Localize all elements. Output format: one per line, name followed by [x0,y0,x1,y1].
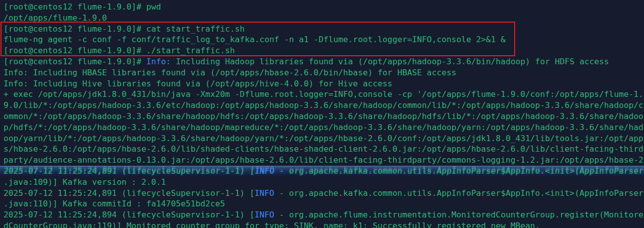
terminal-line: 9.0/lib/*:/opt/apps/hadoop-3.3.6/etc/had… [4,100,644,111]
terminal-text: 2025-07-12 11:25:24,891 (lifecycleSuperv… [4,188,255,198]
terminal-text: [root@centos12 flume-1.9.0]# cat start_t… [4,24,245,34]
terminal-text: /opt/apps/flume-1.9.0 [4,13,107,23]
terminal-line: party/audience-annotations-0.13.0.jar:/o… [4,155,644,166]
terminal-text: ommon/*:/opt/apps/hadoop-3.3.6/share/had… [4,111,643,121]
terminal-text: party/audience-annotations-0.13.0.jar:/o… [4,155,643,165]
terminal-text: p/hdfs/*:/opt/apps/hadoop-3.3.6/share/ha… [4,123,643,132]
terminal-text: 9.0/lib/*:/opt/apps/hadoop-3.3.6/etc/had… [4,100,643,110]
terminal-line: p/hdfs/*:/opt/apps/hadoop-3.3.6/share/ha… [4,122,644,133]
log-level-info-label: Info: [146,57,171,66]
terminal-text: Info: Including Hive libraries found via… [4,79,392,88]
terminal-line-glitch: 2025-07-12 11:25:24,891 (lifecycleSuperv… [0,166,644,177]
terminal-text: - org.apache.kafka.common.utils.AppInfoP… [274,166,644,177]
terminal-text: 2025-07-12 11:25:24,891 (lifecycleSuperv… [3,166,255,177]
terminal-line: ommon/*:/opt/apps/hadoop-3.3.6/share/had… [4,111,644,122]
terminal-window[interactable]: [root@centos12 flume-1.9.0]# pwd/opt/app… [0,0,644,228]
terminal-text: - org.apache.kafka.common.utils.AppInfoP… [274,188,643,198]
terminal-text: + exec /opt/apps/jdk1.8.0_431/bin/java -… [4,89,643,99]
terminal-text: oop/yarn/lib/*:/opt/apps/hadoop-3.3.6/sh… [4,134,643,143]
terminal-line: [root@centos12 flume-1.9.0]# pwd [4,2,644,13]
terminal-line: Info: Including HBASE libraries found vi… [4,67,644,78]
terminal-text: Info: Including HBASE libraries found vi… [4,68,456,77]
terminal-line: 2025-07-12 11:25:24,894 (lifecycleSuperv… [4,209,644,220]
terminal-text: 2025-07-12 11:25:24,894 (lifecycleSuperv… [4,210,255,219]
terminal-line: Info: Including Hive libraries found via… [4,78,644,89]
terminal-text: .java:110)] Kafka commitId : fa14705e51b… [4,199,225,208]
terminal-line: /opt/apps/flume-1.9.0 [4,13,644,24]
terminal-text: Including Hadoop libraries found via (/o… [171,57,609,66]
terminal-line: s/hbase-2.6.0:/opt/apps/hbase-2.6.0/lib/… [4,144,644,155]
terminal-text: flume-ng agent -c conf -f conf/traffic_l… [4,35,506,44]
terminal-text: [root@centos12 flume-1.9.0]# [4,57,146,66]
terminal-text: [root@centos12 flume-1.9.0]# pwd [4,2,161,12]
terminal-text: .java:109)] Kafka version : 2.0.1 [4,177,166,187]
terminal-line: 2025-07-12 11:25:24,891 (lifecycleSuperv… [4,188,644,199]
log-level-info-label: INFO [254,166,275,177]
terminal-line: oop/yarn/lib/*:/opt/apps/hadoop-3.3.6/sh… [4,133,644,144]
terminal-text: - org.apache.flume.instrumentation.Monit… [274,210,643,219]
terminal-text: [root@centos12 flume-1.9.0]# ./start_tra… [4,46,235,55]
log-level-info-label: INFO [255,210,274,219]
terminal-line: [root@centos12 flume-1.9.0]# ./start_tra… [4,45,644,56]
terminal-line: dCounterGroup.java:119)] Monitored count… [4,220,644,228]
terminal-line: .java:110)] Kafka commitId : fa14705e51b… [4,198,644,209]
terminal-text: dCounterGroup.java:119)] Monitored count… [4,221,540,228]
terminal-line: .java:109)] Kafka version : 2.0.1 [4,177,644,188]
log-level-info-label: INFO [255,188,274,198]
terminal-line: flume-ng agent -c conf -f conf/traffic_l… [4,34,644,45]
terminal-line: [root@centos12 flume-1.9.0]# cat start_t… [4,24,644,35]
terminal-line: [root@centos12 flume-1.9.0]# Info: Inclu… [4,56,644,67]
terminal-line: + exec /opt/apps/jdk1.8.0_431/bin/java -… [4,89,644,100]
terminal-output: [root@centos12 flume-1.9.0]# pwd/opt/app… [4,2,644,228]
terminal-text: s/hbase-2.6.0:/opt/apps/hbase-2.6.0/lib/… [4,144,643,154]
